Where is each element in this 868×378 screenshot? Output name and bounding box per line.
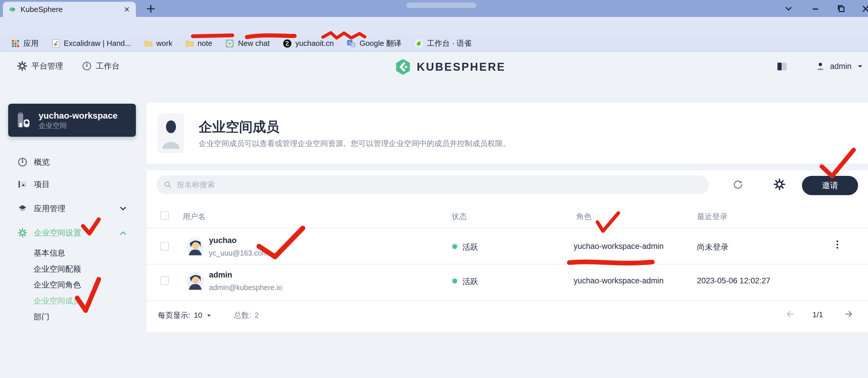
- bookmark-google-translate[interactable]: G文 Google 翻译: [341, 37, 406, 50]
- search-input[interactable]: [177, 180, 702, 189]
- total-count: 总数: 2: [234, 310, 259, 320]
- next-page-icon[interactable]: [843, 309, 854, 319]
- window-minimize-icon[interactable]: [810, 3, 820, 14]
- gear-icon: [17, 61, 28, 71]
- sidebar-subitem-workspace-quota[interactable]: 企业空间配额: [34, 262, 81, 276]
- dropdown-caret-icon: [206, 312, 212, 319]
- topnav-label: 平台管理: [32, 61, 63, 71]
- per-page-select[interactable]: 每页显示: 10: [158, 310, 212, 320]
- bookmark-apps[interactable]: 应用: [6, 37, 44, 50]
- row-checkbox[interactable]: [160, 242, 169, 251]
- sidebar-item-overview[interactable]: 概览: [18, 154, 50, 170]
- user-name[interactable]: admin: [209, 271, 232, 280]
- kubesphere-favicon: [8, 5, 17, 14]
- topnav-label: 工作台: [96, 61, 120, 71]
- row-checkbox[interactable]: [160, 276, 169, 285]
- user-avatar: [186, 237, 204, 255]
- user-status: 活跃: [462, 276, 478, 287]
- new-tab-icon[interactable]: [146, 3, 156, 14]
- sidebar-subitem-workspace-members[interactable]: 企业空间成员: [34, 294, 81, 308]
- sidebar-item-label: 概览: [34, 157, 50, 167]
- sidebar-item-projects[interactable]: 项目: [18, 176, 50, 192]
- workspace-name: yuchao-workspace: [38, 110, 118, 121]
- refresh-icon[interactable]: [732, 179, 744, 190]
- sidebar-item-workspace-settings[interactable]: 企业空间设置: [18, 225, 81, 241]
- browser-toolbar: 不安全 10.0.0.80:30880/workspaces/yuchao-wo…: [0, 17, 868, 35]
- tab-title: KubeSphere: [21, 5, 118, 14]
- bookmark-yuque[interactable]: 工作台 · 语雀: [409, 37, 477, 50]
- app-topbar: 平台管理 工作台 KUBESPHERE admin: [0, 52, 868, 84]
- page-header-card: 企业空间成员 企业空间成员可以查看或管理企业空间资源。您可以管理企业空间中的成员…: [147, 103, 868, 164]
- user-role: yuchao-workspace-admin: [574, 242, 664, 251]
- column-header-role: 角色: [576, 212, 591, 222]
- topnav-workbench[interactable]: 工作台: [82, 61, 120, 71]
- invite-button[interactable]: 邀请: [802, 176, 858, 195]
- total-label: 总数:: [234, 310, 251, 320]
- user-name[interactable]: yuchao: [209, 236, 237, 245]
- search-box[interactable]: [156, 175, 709, 194]
- sidebar-subitem-label: 部门: [34, 312, 50, 322]
- sidebar-subitem-label: 企业空间角色: [34, 280, 81, 290]
- sidebar-item-label: 项目: [34, 179, 50, 190]
- topnav-platform-admin[interactable]: 平台管理: [17, 61, 63, 71]
- bookmark-excalidraw[interactable]: Excalidraw | Hand...: [46, 37, 136, 50]
- select-all-checkbox[interactable]: [160, 211, 169, 220]
- window-close-icon[interactable]: [860, 3, 868, 14]
- yuque-icon: [414, 39, 424, 48]
- table-divider: [147, 264, 868, 264]
- docs-book-icon[interactable]: [776, 61, 788, 73]
- apps-grid-icon: [11, 39, 20, 48]
- chatgpt-icon: [225, 39, 235, 48]
- overview-icon: [18, 157, 28, 167]
- speedometer-icon: [82, 61, 92, 71]
- bookmark-note[interactable]: note: [180, 37, 218, 50]
- excalidraw-icon: [52, 39, 60, 48]
- screen: KubeSphere 不安全 10.0.0.80:30880/workspace…: [0, 0, 868, 378]
- bookmarks-bar: 应用 Excalidraw | Hand... work note New ch…: [0, 35, 868, 52]
- user-email: admin@kubesphere.io: [209, 283, 282, 292]
- chevron-down-icon[interactable]: [118, 204, 128, 213]
- bookmark-label: yuchaoit.cn: [296, 39, 334, 48]
- column-header-status: 状态: [452, 212, 467, 222]
- per-page-value: 10: [194, 311, 202, 320]
- bookmark-work[interactable]: work: [139, 37, 178, 50]
- chevron-up-icon[interactable]: [118, 228, 128, 238]
- bookmark-new-chat[interactable]: New chat: [220, 37, 275, 50]
- kubesphere-logo-text: KUBESPHERE: [417, 61, 505, 73]
- browser-tab[interactable]: KubeSphere: [3, 2, 136, 17]
- bookmark-yuchaoit[interactable]: yuchaoit.cn: [277, 37, 339, 50]
- sidebar-subitem-label: 基本信息: [34, 248, 65, 258]
- total-value: 2: [254, 311, 259, 320]
- bookmark-label: note: [197, 39, 213, 48]
- sidebar-subitem-label: 企业空间成员: [34, 295, 81, 306]
- table-divider: [147, 228, 868, 228]
- browser-titlebar: KubeSphere: [0, 0, 868, 17]
- yuchaoit-icon: [283, 39, 292, 48]
- columns-settings-gear-icon[interactable]: [773, 178, 785, 190]
- sidebar-item-app-management[interactable]: 应用管理: [18, 200, 65, 217]
- window-restore-icon[interactable]: [836, 3, 846, 14]
- tab-search-chevron-icon[interactable]: [783, 3, 794, 14]
- workspace-card[interactable]: yuchao-workspace 企业空间: [8, 104, 136, 137]
- user-status: 活跃: [462, 242, 478, 252]
- invite-button-label: 邀请: [822, 180, 838, 191]
- sidebar-subitem-workspace-roles[interactable]: 企业空间角色: [34, 278, 81, 292]
- check-workspace-settings: [83, 219, 99, 233]
- sidebar-subitem-label: 企业空间配额: [34, 264, 81, 274]
- row-more-actions-icon[interactable]: [836, 239, 838, 250]
- svg-text:文: 文: [351, 43, 355, 47]
- page-title: 企业空间成员: [199, 118, 279, 136]
- table-divider: [147, 300, 868, 301]
- workspace-icon: [15, 112, 32, 129]
- sidebar-subitem-basic-info[interactable]: 基本信息: [34, 246, 65, 260]
- user-avatar: [186, 272, 204, 290]
- user-role: yuchao-workspace-admin: [574, 276, 664, 285]
- tab-close-icon[interactable]: [122, 5, 131, 14]
- user-email: yc_uuu@163.com: [209, 249, 268, 257]
- user-menu[interactable]: admin: [815, 61, 864, 71]
- prev-page-icon[interactable]: [785, 309, 796, 319]
- members-avatar-icon: [158, 113, 184, 153]
- kubesphere-logo[interactable]: KUBESPHERE: [395, 58, 505, 75]
- bookmark-label: work: [156, 39, 173, 48]
- sidebar-subitem-departments[interactable]: 部门: [34, 310, 50, 324]
